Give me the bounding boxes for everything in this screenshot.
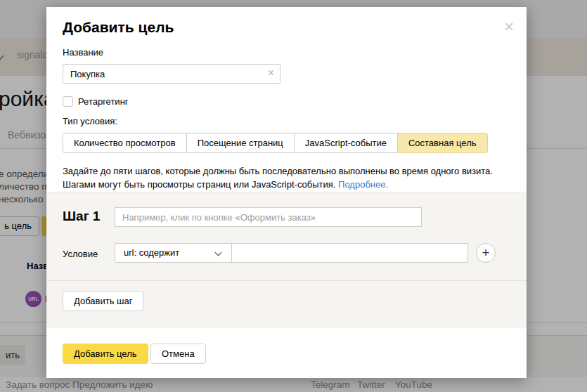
retargeting-checkbox[interactable] <box>63 96 73 107</box>
condition-value-input[interactable] <box>231 243 468 263</box>
condition-value-field-wrap <box>231 243 468 263</box>
description-line-1: Задайте до пяти шагов, которые должны бы… <box>63 166 493 176</box>
composite-goal-description: Задайте до пяти шагов, которые должны бы… <box>63 164 512 191</box>
condition-label: Условие <box>63 249 98 259</box>
submit-add-goal-button[interactable]: Добавить цель <box>63 344 148 364</box>
description-line-2: Шагами могут быть просмотры страниц или … <box>63 179 335 190</box>
plus-icon: + <box>482 245 489 260</box>
retargeting-row: Ретаргетинг <box>63 96 129 107</box>
goal-name-field-wrap: × <box>63 64 280 84</box>
more-link[interactable]: Подробнее. <box>338 179 388 190</box>
modal-title: Добавить цель <box>63 19 174 36</box>
close-icon[interactable]: × <box>504 18 514 35</box>
cancel-button[interactable]: Отмена <box>150 344 206 364</box>
add-condition-button[interactable]: + <box>476 243 496 263</box>
step-name-input[interactable] <box>115 207 422 227</box>
tab-javascript-event[interactable]: JavaScript-событие <box>294 133 398 153</box>
goal-name-input[interactable] <box>63 64 280 84</box>
retargeting-label: Ретаргетинг <box>78 96 129 107</box>
goal-type-tabs: Количество просмотров Посещение страниц … <box>63 133 488 153</box>
condition-type-label: Тип условия: <box>63 116 117 126</box>
screen: signalo ройка Вебвизор е определит личес… <box>0 0 587 392</box>
add-goal-modal: Добавить цель × Название × Ретаргетинг Т… <box>46 7 527 378</box>
step-1-label: Шаг 1 <box>63 209 100 224</box>
name-label: Название <box>63 47 103 58</box>
condition-type-select[interactable]: url: содержит <box>115 243 232 263</box>
add-step-button[interactable]: Добавить шаг <box>63 291 143 311</box>
step-name-field-wrap <box>115 207 422 227</box>
tab-page-visits[interactable]: Посещение страниц <box>186 133 295 153</box>
chevron-down-icon <box>215 249 222 256</box>
tab-composite-goal[interactable]: Составная цель <box>397 133 488 153</box>
condition-select-value: url: содержит <box>124 247 179 258</box>
step-section <box>46 192 527 280</box>
clear-icon[interactable]: × <box>268 67 274 79</box>
tab-pageview-count[interactable]: Количество просмотров <box>63 133 187 153</box>
